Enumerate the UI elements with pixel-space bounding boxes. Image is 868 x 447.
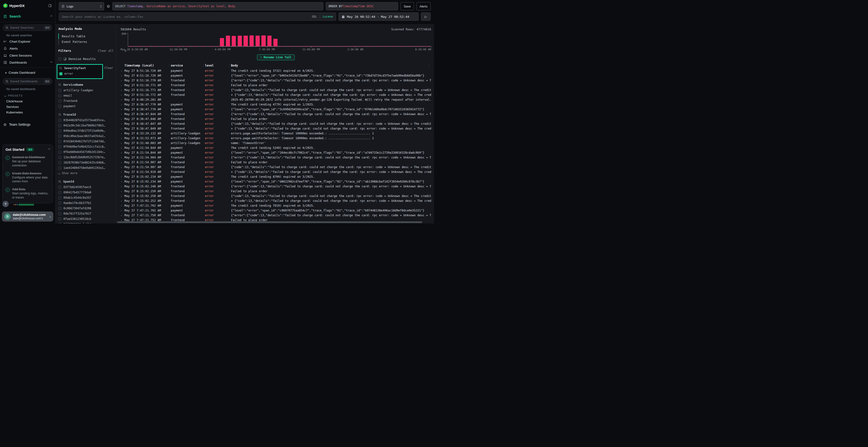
table-row[interactable]: ›May 27 8:21:54.844 AMpaymenterrorThe cr… — [121, 145, 431, 150]
checkbox-unchecked-icon[interactable] — [58, 140, 61, 143]
filter-value-spanid[interactable]: 0de781ff325a781f — [58, 211, 114, 216]
select-query-input[interactable]: SELECTTimestamp, ServiceName as service,… — [112, 2, 323, 10]
column-header-timestamp[interactable]: Timestamp (Local) — [124, 64, 168, 67]
filter-value[interactable]: email — [58, 93, 114, 98]
sidebar-item-alerts[interactable]: Alerts — [0, 45, 55, 52]
table-row[interactable]: ›May 27 8:36:47.846 AMfrontenderrorFaile… — [121, 116, 431, 122]
histogram-bar[interactable] — [244, 36, 248, 46]
row-expand-icon[interactable]: › — [121, 161, 124, 164]
checkbox-unchecked-icon[interactable] — [58, 156, 61, 159]
row-expand-icon[interactable]: › — [121, 209, 124, 212]
row-expand-icon[interactable]: › — [121, 204, 124, 207]
row-expand-icon[interactable]: › — [121, 108, 124, 111]
chevron-up-icon[interactable] — [48, 148, 51, 151]
row-expand-icon[interactable]: › — [121, 89, 124, 92]
checkbox-unchecked-icon[interactable] — [58, 223, 61, 224]
checkbox-unchecked-icon[interactable] — [58, 166, 61, 170]
table-row[interactable]: ›May 27 8:21:54.907 AMfrontenderror{"cod… — [121, 165, 431, 170]
sidebar-item-clickhouse[interactable]: ClickHouse — [0, 99, 55, 104]
resume-live-tail-button[interactable]: ⚡ Resume Live Tail — [257, 55, 294, 60]
histogram-bar[interactable] — [238, 36, 242, 46]
filter-value-traceid[interactable]: 0fbe680eb456750b2d1184c… — [58, 149, 114, 154]
row-expand-icon[interactable]: › — [121, 171, 124, 174]
checkbox-unchecked-icon[interactable] — [58, 105, 61, 108]
histogram-bar[interactable] — [255, 36, 260, 46]
histogram-bar[interactable] — [273, 39, 278, 46]
table-row[interactable]: ›May 27 8:51:16.772 AMfrontenderror× {"c… — [121, 93, 431, 97]
filter-value-spanid[interactable]: 09ab1c4544c9a357 — [58, 195, 114, 200]
table-row[interactable]: ›May 27 8:36:47.847 AMfrontenderror{"cod… — [121, 122, 431, 126]
filter-value-traceid[interactable]: 12ec8dd52b60b9525733b7e… — [58, 154, 114, 160]
checkbox-unchecked-icon[interactable] — [58, 186, 61, 189]
column-resize-handle[interactable]: ⋮ — [228, 64, 231, 67]
table-row[interactable]: ›May 27 8:51:16.771 AMfrontenderror{"cod… — [121, 88, 431, 93]
table-row[interactable]: ›May 27 7:47:21.702 AMpaymenterror{"leve… — [121, 208, 431, 213]
filter-value-traceid[interactable]: 049ed0ac3fdb1f3f15a0b0b… — [58, 128, 114, 133]
filter-value-traceid[interactable]: 042a30c3dc1baf660b27863… — [58, 123, 114, 128]
sidebar-collapse-icon[interactable] — [48, 4, 52, 7]
column-header-level[interactable]: level — [205, 64, 228, 67]
table-row[interactable]: ›May 27 7:47:21.702 AMpaymenterrorThe cr… — [121, 203, 431, 208]
checkbox-unchecked-icon[interactable] — [58, 135, 61, 138]
row-expand-icon[interactable]: › — [121, 190, 124, 193]
table-row[interactable]: ›May 27 8:46:29.281 AMerror2025-05-26T09… — [121, 97, 431, 102]
denoise-results-checkbox[interactable]: Denoise Results — [58, 56, 114, 62]
table-row[interactable]: ›May 27 8:15:02.252 AMfrontenderror× {"c… — [121, 199, 431, 203]
table-row[interactable]: ›May 27 8:15:02.234 AMpaymenterror{"leve… — [121, 179, 431, 184]
filter-value-traceid[interactable]: 07d184304627bf2f11b67dd… — [58, 139, 114, 144]
histogram-bar[interactable] — [232, 36, 236, 46]
checkbox-unchecked-icon[interactable] — [58, 57, 61, 61]
saved-dashboards-input[interactable] — [10, 80, 42, 83]
checkbox-unchecked-icon[interactable] — [58, 150, 61, 153]
filter-value-spanid[interactable]: 0ae8e1f6c6b37fb1 — [58, 200, 114, 206]
row-expand-icon[interactable]: › — [121, 156, 124, 159]
saved-searches-searchbox[interactable]: ⌘K — [3, 25, 52, 31]
saved-dashboards-searchbox[interactable]: ⌘K — [3, 78, 52, 84]
row-expand-icon[interactable]: › — [121, 185, 124, 188]
row-expand-icon[interactable]: › — [121, 117, 124, 121]
filter-value-spanid[interactable]: 03f7b824595feec5 — [58, 184, 114, 190]
row-expand-icon[interactable]: › — [121, 103, 124, 106]
event-search-input[interactable] — [62, 15, 309, 19]
table-row[interactable]: ›May 27 8:36:47.849 AMfrontenderror× {"c… — [121, 126, 431, 131]
filter-value-traceid[interactable]: 056cd9acbaac8637a4354a2… — [58, 133, 114, 139]
column-resize-handle[interactable]: ⋮ — [168, 64, 171, 67]
filter-value-spanid[interactable]: 0ff8990066efcf1d — [58, 221, 114, 224]
row-expand-icon[interactable]: › — [121, 137, 124, 140]
checkbox-unchecked-icon[interactable] — [58, 212, 61, 215]
histogram-bar[interactable] — [261, 35, 266, 46]
row-expand-icon[interactable]: › — [121, 122, 124, 126]
presets-header[interactable]: PRESETS — [0, 92, 55, 99]
clear-all-filters-button[interactable]: Clear all — [98, 49, 114, 53]
checkbox-unchecked-icon[interactable] — [58, 217, 61, 220]
get-started-item[interactable]: ✓ Add Data Start sending logs, metrics, … — [5, 187, 50, 200]
table-row[interactable]: ›May 27 8:15:02.250 AMfrontenderror{"cod… — [121, 194, 431, 199]
filter-value-spanid[interactable]: 0fae5381230518cb — [58, 216, 114, 221]
table-row[interactable]: ›May 27 8:51:16.771 AMfrontenderrorFaile… — [121, 83, 431, 88]
filter-group-name[interactable]: SeverityText — [64, 66, 86, 70]
table-row[interactable]: ›May 27 8:15:02.250 AMfrontenderrorFaile… — [121, 189, 431, 194]
filter-group-name[interactable]: TraceId — [63, 113, 76, 116]
table-row[interactable]: ›May 27 8:51:16.770 AMfrontenderror{"err… — [121, 78, 431, 83]
column-header-service[interactable]: service — [171, 64, 202, 67]
user-menu[interactable]: D dale@clickhouse.com dale@clickhouse.co… — [2, 211, 53, 221]
lucene-mode-toggle[interactable]: Lucene — [322, 15, 333, 18]
alerts-button[interactable]: Alerts — [416, 2, 431, 10]
table-row[interactable]: ›May 27 8:51:16.720 AMpaymenterrorThe cr… — [121, 68, 431, 73]
row-expand-icon[interactable]: › — [121, 195, 124, 198]
sidebar-item-dashboards[interactable]: Dashboards — [0, 59, 55, 66]
analysis-mode-results-table[interactable]: Results Table — [58, 33, 114, 39]
row-expand-icon[interactable]: › — [121, 98, 124, 101]
table-row[interactable]: ›May 27 8:36:47.770 AMpaymenterrorThe cr… — [121, 102, 431, 107]
row-expand-icon[interactable]: › — [121, 142, 124, 145]
table-options-icon[interactable]: ⋮ — [427, 64, 431, 67]
table-row[interactable]: ›May 27 8:21:54.907 AMfrontenderrorFaile… — [121, 160, 431, 165]
table-row[interactable]: ›May 27 8:36:47.844 AMfrontenderror{"err… — [121, 112, 431, 116]
event-search-box[interactable]: SQL | Lucene — [59, 12, 336, 21]
sidebar-item-search[interactable]: Search — [0, 13, 55, 20]
clear-severity-filter-button[interactable]: Clear — [104, 66, 113, 70]
checkbox-unchecked-icon[interactable] — [58, 196, 61, 199]
create-dashboard-button[interactable]: + Create Dashboard — [0, 69, 55, 76]
histogram-plot[interactable] — [128, 33, 431, 47]
run-search-button[interactable]: ▷ — [421, 12, 431, 21]
